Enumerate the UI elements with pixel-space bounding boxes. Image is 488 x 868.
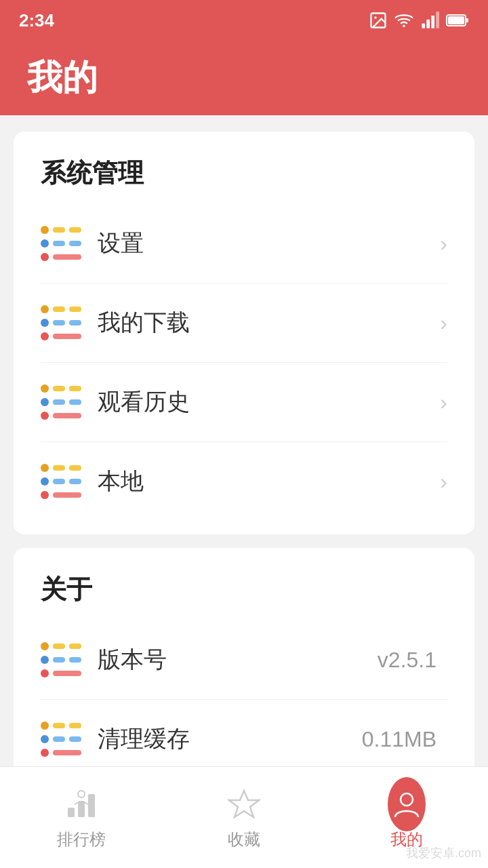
svg-rect-12 xyxy=(88,794,95,817)
svg-point-15 xyxy=(401,793,413,806)
nav-favorites[interactable]: 收藏 xyxy=(163,767,325,868)
system-section-title: 系统管理 xyxy=(41,156,447,191)
history-label: 观看历史 xyxy=(98,387,440,418)
status-time: 2:34 xyxy=(19,10,54,31)
svg-rect-8 xyxy=(466,18,468,22)
svg-point-13 xyxy=(78,791,85,797)
history-item[interactable]: 观看历史 › xyxy=(41,363,447,442)
favorites-icon xyxy=(225,785,263,823)
bottom-navigation: 排行榜 收藏 我的 xyxy=(0,766,488,868)
status-icons xyxy=(369,11,469,30)
svg-rect-9 xyxy=(448,16,464,24)
ranking-icon xyxy=(62,785,100,823)
history-icon xyxy=(41,382,81,422)
downloads-icon xyxy=(41,302,81,343)
settings-item[interactable]: 设置 › xyxy=(41,204,447,283)
version-item: 版本号 v2.5.1 xyxy=(41,620,447,700)
local-chevron: › xyxy=(440,469,447,494)
svg-point-2 xyxy=(403,24,405,27)
svg-marker-14 xyxy=(229,791,259,817)
svg-rect-5 xyxy=(431,16,434,28)
local-item[interactable]: 本地 › xyxy=(41,442,447,521)
ranking-label: 排行榜 xyxy=(57,829,106,850)
cache-icon xyxy=(41,719,81,760)
image-icon xyxy=(369,11,388,30)
favorites-label: 收藏 xyxy=(228,829,260,850)
svg-rect-10 xyxy=(68,808,75,817)
svg-point-1 xyxy=(374,16,377,19)
cache-value: 0.11MB xyxy=(362,727,436,752)
app-bar: 我的 xyxy=(0,41,488,115)
battery-icon xyxy=(446,11,469,30)
downloads-item[interactable]: 我的下载 › xyxy=(41,283,447,363)
svg-rect-11 xyxy=(78,801,85,817)
downloads-chevron: › xyxy=(440,311,447,336)
svg-rect-4 xyxy=(426,20,430,28)
wifi-icon xyxy=(394,11,413,30)
status-bar: 2:34 xyxy=(0,0,488,41)
about-section-title: 关于 xyxy=(41,572,447,607)
mine-label: 我的 xyxy=(390,829,423,850)
local-icon xyxy=(41,461,81,502)
system-management-card: 系统管理 设置 › 我的下载 › xyxy=(14,132,474,534)
nav-mine[interactable]: 我的 xyxy=(325,767,488,868)
svg-rect-3 xyxy=(422,24,425,28)
downloads-label: 我的下载 xyxy=(98,307,440,338)
about-card: 关于 版本号 v2.5.1 清理缓存 0.11MB xyxy=(14,548,474,792)
settings-icon xyxy=(41,223,81,264)
history-chevron: › xyxy=(440,390,447,415)
settings-label: 设置 xyxy=(98,228,440,259)
version-label: 版本号 xyxy=(98,644,378,675)
svg-rect-6 xyxy=(436,12,439,28)
cache-label: 清理缓存 xyxy=(98,724,362,755)
settings-chevron: › xyxy=(440,231,447,256)
signal-icon xyxy=(420,11,439,30)
local-label: 本地 xyxy=(98,466,440,497)
main-content: 系统管理 设置 › 我的下载 › xyxy=(0,115,488,868)
version-value: v2.5.1 xyxy=(378,648,436,673)
page-title: 我的 xyxy=(27,54,98,102)
nav-ranking[interactable]: 排行榜 xyxy=(0,767,163,868)
version-icon xyxy=(41,639,81,680)
mine-nav-icon xyxy=(388,785,426,823)
